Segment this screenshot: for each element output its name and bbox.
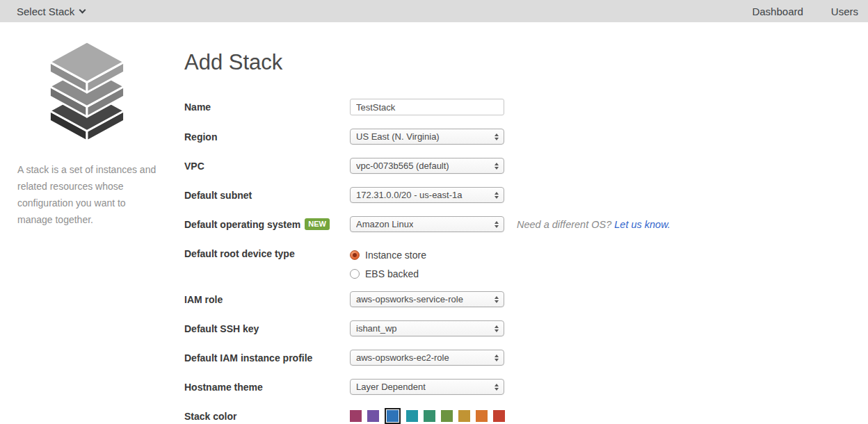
stack-selector-dropdown[interactable]: Select Stack bbox=[17, 6, 85, 17]
os-select-value: Amazon Linux bbox=[356, 219, 413, 229]
select-spinner-icon bbox=[490, 354, 504, 361]
region-select[interactable]: US East (N. Virginia) bbox=[350, 129, 504, 145]
main-form-area: Add Stack Name Region US East (N. Virgin… bbox=[174, 22, 670, 424]
vpc-select-value: vpc-0073b565 (default) bbox=[356, 161, 449, 171]
name-input[interactable] bbox=[350, 99, 504, 115]
select-spinner-icon bbox=[490, 192, 504, 199]
select-spinner-icon bbox=[490, 296, 504, 303]
stack-description-text: A stack is a set of instances and relate… bbox=[17, 161, 160, 228]
iam-role-select[interactable]: aws-opsworks-service-role bbox=[350, 291, 504, 307]
select-spinner-icon bbox=[490, 384, 504, 391]
instance-profile-select[interactable]: aws-opsworks-ec2-role bbox=[350, 350, 504, 366]
region-select-value: US East (N. Virginia) bbox=[356, 131, 440, 142]
hostname-theme-select-value: Layer Dependent bbox=[356, 382, 426, 392]
color-swatch-olive[interactable] bbox=[441, 410, 453, 422]
radio-option-instance-store[interactable]: Instance store bbox=[350, 245, 426, 264]
color-swatch-blue[interactable] bbox=[385, 408, 401, 424]
os-select[interactable]: Amazon Linux bbox=[350, 216, 504, 232]
form-row-hostname-theme: Hostname theme Layer Dependent bbox=[184, 379, 670, 395]
ssh-key-label: Default SSH key bbox=[184, 323, 350, 334]
form-row-vpc: VPC vpc-0073b565 (default) bbox=[184, 158, 670, 174]
vpc-label: VPC bbox=[184, 161, 350, 172]
os-help-link[interactable]: Let us know. bbox=[614, 219, 670, 230]
radio-button-icon[interactable] bbox=[350, 250, 360, 260]
form-row-iam-role: IAM role aws-opsworks-service-role bbox=[184, 291, 670, 307]
form-row-region: Region US East (N. Virginia) bbox=[184, 129, 670, 145]
instance-profile-label: Default IAM instance profile bbox=[184, 352, 350, 364]
color-swatch-red[interactable] bbox=[493, 410, 505, 422]
os-help-text: Need a different OS? bbox=[517, 219, 611, 230]
os-label: Default operating system NEW bbox=[184, 218, 350, 230]
form-row-subnet: Default subnet 172.31.0.0/20 - us-east-1… bbox=[184, 187, 670, 203]
instance-profile-select-value: aws-opsworks-ec2-role bbox=[356, 352, 449, 363]
region-label: Region bbox=[184, 131, 350, 142]
nav-item-users[interactable]: Users bbox=[831, 6, 858, 17]
form-row-name: Name bbox=[184, 99, 670, 115]
form-row-stack-color: Stack color bbox=[184, 408, 670, 424]
hostname-theme-select[interactable]: Layer Dependent bbox=[350, 379, 504, 395]
page-content: A stack is a set of instances and relate… bbox=[0, 22, 868, 424]
vpc-select[interactable]: vpc-0073b565 (default) bbox=[350, 158, 504, 174]
radio-label-ebs-backed: EBS backed bbox=[365, 268, 419, 279]
color-swatch-orange[interactable] bbox=[476, 410, 488, 422]
ssh-key-select[interactable]: ishant_wp bbox=[350, 320, 504, 336]
select-spinner-icon bbox=[490, 221, 504, 228]
form-row-ssh-key: Default SSH key ishant_wp bbox=[184, 320, 670, 336]
subnet-label: Default subnet bbox=[184, 190, 350, 201]
subnet-select-value: 172.31.0.0/20 - us-east-1a bbox=[356, 190, 463, 200]
select-spinner-icon bbox=[490, 163, 504, 170]
ssh-key-select-value: ishant_wp bbox=[356, 323, 397, 334]
stack-color-label: Stack color bbox=[184, 411, 350, 422]
nav-item-dashboard[interactable]: Dashboard bbox=[752, 6, 803, 17]
new-badge: NEW bbox=[305, 218, 330, 230]
radio-button-icon[interactable] bbox=[350, 269, 360, 279]
radio-label-instance-store: Instance store bbox=[365, 250, 426, 261]
radio-option-ebs-backed[interactable]: EBS backed bbox=[350, 264, 426, 283]
name-label: Name bbox=[184, 101, 350, 113]
stack-selector-label: Select Stack bbox=[17, 6, 74, 17]
os-label-text: Default operating system bbox=[184, 219, 300, 230]
root-device-radio-group: Instance store EBS backed bbox=[350, 245, 426, 283]
stack-color-swatches bbox=[350, 408, 511, 424]
root-device-label: Default root device type bbox=[184, 248, 350, 259]
subnet-select[interactable]: 172.31.0.0/20 - us-east-1a bbox=[350, 187, 504, 203]
color-swatch-teal[interactable] bbox=[406, 410, 418, 422]
form-row-instance-profile: Default IAM instance profile aws-opswork… bbox=[184, 350, 670, 366]
page-title: Add Stack bbox=[184, 50, 670, 75]
top-navigation-bar: Select Stack Dashboard Users bbox=[0, 0, 868, 22]
select-spinner-icon bbox=[490, 325, 504, 332]
iam-role-select-value: aws-opsworks-service-role bbox=[356, 294, 463, 304]
color-swatch-purple[interactable] bbox=[367, 410, 379, 422]
stack-layers-logo bbox=[46, 40, 128, 142]
form-row-os: Default operating system NEW Amazon Linu… bbox=[184, 216, 670, 232]
color-swatch-green[interactable] bbox=[424, 410, 435, 422]
os-help-note: Need a different OS? Let us know. bbox=[517, 219, 670, 230]
chevron-down-icon bbox=[79, 6, 86, 13]
hostname-theme-label: Hostname theme bbox=[184, 382, 350, 393]
sidebar: A stack is a set of instances and relate… bbox=[0, 22, 174, 424]
form-row-root-device: Default root device type Instance store … bbox=[184, 245, 670, 287]
iam-role-label: IAM role bbox=[184, 294, 350, 305]
color-swatch-berry[interactable] bbox=[350, 410, 362, 422]
select-spinner-icon bbox=[490, 133, 504, 140]
color-swatch-gold[interactable] bbox=[458, 410, 470, 422]
